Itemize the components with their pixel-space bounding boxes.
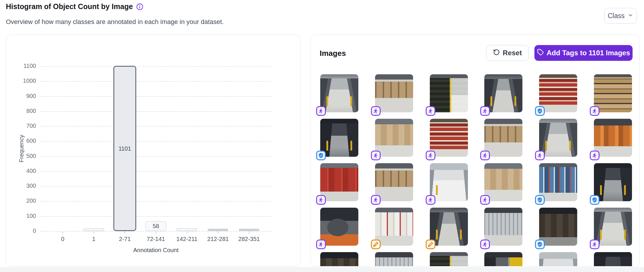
gridline — [40, 111, 272, 112]
person-running-icon — [318, 108, 324, 114]
gridline — [40, 96, 272, 97]
image-thumbnail[interactable] — [375, 74, 413, 112]
image-thumbnail[interactable] — [375, 208, 413, 246]
test-split-badge — [426, 240, 435, 249]
person-running-icon — [428, 153, 433, 158]
person-running-icon — [428, 108, 433, 114]
gridline — [40, 156, 272, 157]
person-running-icon — [482, 197, 488, 203]
histogram-bar-142-211[interactable] — [176, 228, 197, 231]
x-axis-title: Annotation Count — [133, 247, 179, 254]
x-tick-label: 142-211 — [171, 236, 202, 242]
train-split-badge — [426, 195, 435, 205]
image-thumbnail[interactable] — [539, 252, 577, 266]
train-split-badge — [371, 106, 381, 116]
train-split-badge — [371, 195, 381, 205]
x-tick-label: 1 — [78, 236, 109, 242]
histogram-bar-2-71[interactable]: 1101 — [113, 66, 136, 231]
x-tick-mark — [218, 231, 218, 234]
chevron-down-icon — [628, 12, 633, 20]
image-thumbnail[interactable] — [430, 208, 468, 246]
image-thumbnail[interactable] — [484, 208, 522, 246]
image-thumbnail[interactable] — [320, 252, 358, 266]
footer-strip — [0, 267, 644, 272]
gridline — [40, 141, 272, 142]
gridline — [40, 186, 272, 187]
valid-split-badge — [535, 240, 545, 249]
histogram-bar-282-351[interactable] — [239, 229, 259, 231]
valid-split-badge — [316, 151, 326, 160]
image-thumbnail[interactable] — [320, 208, 358, 246]
histogram-bar-1[interactable] — [83, 228, 104, 231]
page-title-text: Histogram of Object Count by Image — [6, 2, 133, 11]
image-thumbnail[interactable] — [484, 163, 522, 201]
image-thumbnail[interactable] — [484, 119, 522, 157]
person-running-icon — [592, 108, 597, 114]
person-running-icon — [428, 197, 433, 203]
shield-check-icon — [537, 197, 543, 203]
image-thumbnail[interactable] — [430, 74, 468, 112]
histogram-bar-72-141[interactable]: 58 — [145, 221, 166, 231]
class-dropdown-button[interactable]: Class — [604, 8, 637, 24]
image-thumbnail[interactable] — [539, 163, 577, 201]
x-tick-mark — [187, 231, 187, 234]
image-thumbnail[interactable] — [539, 74, 577, 112]
image-thumbnail[interactable] — [375, 163, 413, 201]
gridline — [40, 216, 272, 217]
image-thumbnail[interactable] — [320, 119, 358, 157]
person-running-icon — [592, 153, 597, 158]
shield-check-icon — [318, 153, 324, 158]
train-split-badge — [480, 195, 490, 205]
train-split-badge — [316, 240, 326, 249]
image-thumbnail[interactable] — [375, 252, 413, 266]
person-running-icon — [592, 242, 597, 247]
image-thumbnail[interactable] — [430, 119, 468, 157]
x-tick-mark — [249, 231, 249, 234]
y-tick-label: 1100 — [10, 63, 36, 69]
x-tick-label: 72-141 — [140, 236, 171, 242]
x-tick-label: 2-71 — [109, 236, 140, 242]
image-thumbnail[interactable] — [539, 119, 577, 157]
shield-check-icon — [537, 108, 543, 114]
person-running-icon — [537, 153, 543, 158]
train-split-badge — [535, 151, 545, 160]
image-thumbnail[interactable] — [375, 119, 413, 157]
train-split-badge — [590, 240, 599, 249]
y-tick-label: 600 — [10, 137, 36, 144]
image-thumbnail[interactable] — [594, 74, 632, 112]
info-circle-icon[interactable] — [136, 3, 144, 11]
image-thumbnail[interactable] — [430, 163, 468, 201]
test-tube-icon — [373, 242, 379, 247]
gridline — [40, 201, 272, 202]
histogram-chart: Frequency Annotation Count 0100200300400… — [6, 35, 300, 266]
image-thumbnail[interactable] — [484, 252, 522, 266]
histogram-bar-212-281[interactable] — [208, 229, 228, 231]
image-thumbnail[interactable] — [320, 163, 358, 201]
x-tick-mark — [156, 231, 156, 234]
image-thumbnail[interactable] — [430, 252, 468, 266]
valid-split-badge — [535, 195, 545, 205]
person-running-icon — [482, 242, 488, 247]
gridline — [40, 126, 272, 127]
page-subtitle: Overview of how many classes are annotat… — [6, 18, 224, 26]
train-split-badge — [371, 151, 381, 160]
x-tick-label: 212-281 — [202, 236, 234, 242]
image-thumbnail[interactable] — [594, 252, 632, 266]
image-thumbnail[interactable] — [594, 163, 632, 201]
x-tick-mark — [93, 231, 94, 234]
y-tick-label: 100 — [10, 213, 36, 219]
train-split-badge — [480, 151, 490, 160]
image-thumbnail[interactable] — [594, 119, 632, 157]
class-dropdown-label: Class — [608, 12, 625, 20]
image-thumbnail[interactable] — [594, 208, 632, 246]
image-thumbnail[interactable] — [484, 74, 522, 112]
train-split-badge — [590, 151, 599, 160]
shield-check-icon — [537, 242, 543, 247]
person-running-icon — [482, 108, 488, 114]
gridline — [40, 171, 272, 172]
x-tick-mark — [62, 231, 63, 234]
image-thumbnail[interactable] — [539, 208, 577, 246]
image-thumbnail[interactable] — [320, 74, 358, 112]
train-split-badge — [316, 195, 326, 205]
test-tube-icon — [428, 242, 433, 247]
